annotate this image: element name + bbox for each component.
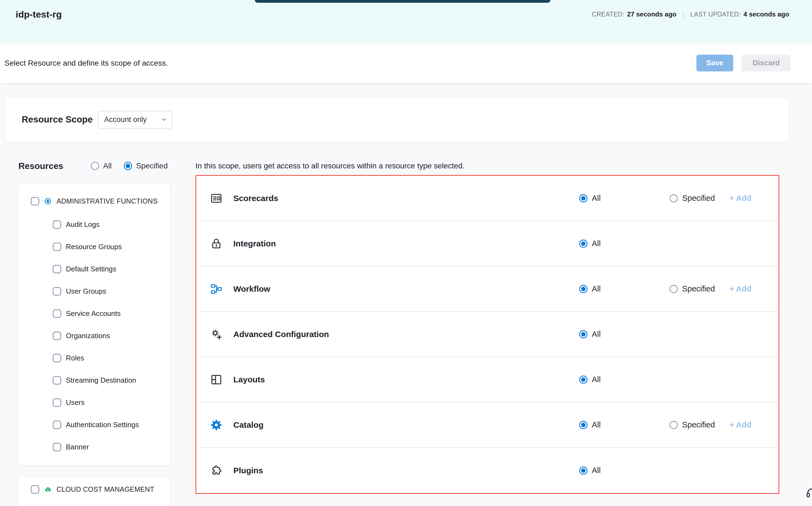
resource-item-resource-groups[interactable]: Resource Groups [19, 236, 170, 258]
item-checkbox[interactable] [53, 309, 61, 318]
group-administrative-functions[interactable]: ADMINISTRATIVE FUNCTIONS [19, 194, 170, 208]
radio-icon[interactable] [579, 285, 588, 293]
scorecards-add-button[interactable]: + Add [729, 176, 751, 221]
integration-all-radio[interactable]: All [579, 221, 601, 266]
resource-item-service-accounts[interactable]: Service Accounts [19, 303, 170, 325]
item-checkbox[interactable] [53, 332, 61, 340]
save-button[interactable]: Save [696, 55, 733, 71]
item-checkbox[interactable] [53, 243, 61, 251]
chevron-down-icon [161, 116, 168, 123]
radio-icon[interactable] [91, 162, 99, 170]
item-checkbox[interactable] [53, 398, 61, 407]
support-headset-icon[interactable] [805, 485, 812, 500]
catalog-add-button[interactable]: + Add [729, 403, 751, 447]
radio-icon[interactable] [579, 467, 588, 475]
resource-item-roles[interactable]: Roles [19, 347, 170, 369]
resources-header: Resources All Specified [18, 157, 170, 174]
item-checkbox[interactable] [53, 265, 61, 273]
item-checkbox[interactable] [53, 220, 61, 229]
top-progress-pill [255, 0, 550, 3]
group-label: CLOUD COST MANAGEMENT [57, 485, 154, 493]
admin-functions-card: ADMINISTRATIVE FUNCTIONS Audit Logs Reso… [18, 184, 170, 466]
cloud-cost-management-icon [44, 486, 52, 493]
scorecards-icon [210, 192, 223, 205]
administrative-functions-icon [44, 197, 52, 205]
resource-scope-value: Account only [104, 115, 147, 124]
catalog-icon [210, 419, 223, 431]
resource-scope-dropdown[interactable]: Account only [98, 111, 172, 129]
resource-item-streaming-destination[interactable]: Streaming Destination [19, 369, 170, 392]
plugins-all-radio[interactable]: All [579, 448, 601, 493]
radio-icon[interactable] [670, 421, 678, 429]
catalog-all-radio[interactable]: All [579, 403, 601, 447]
updated-label: LAST UPDATED: [690, 6, 741, 22]
resources-all-radio[interactable]: All [91, 162, 112, 170]
resource-type-row-plugins: Plugins All [196, 448, 779, 493]
item-checkbox[interactable] [53, 421, 61, 429]
created-value: 27 seconds ago [627, 6, 677, 22]
scope-info-text: In this scope, users get access to all r… [195, 157, 779, 174]
radio-icon[interactable] [579, 330, 588, 338]
page-title: idp-test-rg [16, 6, 62, 22]
radio-icon[interactable] [670, 285, 678, 293]
resource-item-authentication-settings[interactable]: Authentication Settings [19, 414, 170, 436]
catalog-specified-radio[interactable]: Specified [670, 403, 715, 447]
resource-type-row-advanced-configuration: Advanced Configuration All [196, 312, 779, 357]
toolbar-buttons: Save Discard [696, 55, 791, 71]
item-checkbox[interactable] [53, 287, 61, 296]
timestamps: CREATED: 27 seconds ago | LAST UPDATED: … [592, 6, 789, 22]
radio-icon[interactable] [579, 375, 588, 384]
radio-icon[interactable] [579, 194, 588, 202]
layouts-all-radio[interactable]: All [579, 357, 601, 402]
resource-type-row-layouts: Layouts All [196, 357, 779, 403]
layouts-icon [210, 373, 223, 386]
resource-types-panel: In this scope, users get access to all r… [195, 157, 779, 494]
resource-item-banner[interactable]: Banner [19, 436, 170, 458]
group-checkbox[interactable] [31, 485, 39, 494]
workflow-specified-radio[interactable]: Specified [670, 266, 715, 311]
resource-item-organizations[interactable]: Organizations [19, 325, 170, 347]
radio-icon[interactable] [124, 162, 132, 170]
toolbar-description: Select Resource and define its scope of … [4, 59, 168, 68]
advanced-configuration-all-radio[interactable]: All [579, 312, 601, 356]
resource-item-user-groups[interactable]: User Groups [19, 280, 170, 303]
advanced-configuration-icon [210, 328, 223, 341]
page-header: idp-test-rg CREATED: 27 seconds ago | LA… [0, 0, 812, 43]
group-checkbox[interactable] [31, 197, 39, 205]
group-cloud-cost-management[interactable]: CLOUD COST MANAGEMENT [19, 482, 170, 497]
action-toolbar: Select Resource and define its scope of … [0, 43, 812, 83]
resource-item-default-settings[interactable]: Default Settings [19, 258, 170, 280]
discard-button[interactable]: Discard [741, 55, 791, 71]
resource-type-row-catalog: Catalog All Specified + Add [196, 403, 779, 448]
resource-scope-card: Resource Scope Account only [5, 97, 789, 142]
updated-value: 4 seconds ago [743, 6, 789, 22]
resources-title: Resources [18, 161, 64, 171]
item-checkbox[interactable] [53, 354, 61, 362]
highlighted-resource-list: Scorecards All Specified + Add Integrati… [195, 175, 779, 494]
item-checkbox[interactable] [53, 376, 61, 385]
plugins-icon [210, 464, 223, 477]
radio-icon[interactable] [579, 240, 588, 248]
workflow-icon [210, 283, 223, 295]
cloud-cost-card: CLOUD COST MANAGEMENT Recommendations [18, 476, 170, 506]
resource-type-row-workflow: Workflow All Specified + Add [196, 266, 779, 312]
radio-icon[interactable] [670, 194, 678, 202]
resources-sidebar: Resources All Specified ADMINISTRATIVE F… [18, 157, 170, 506]
resource-type-row-scorecards: Scorecards All Specified + Add [196, 176, 779, 221]
resource-type-row-integration: Integration All [196, 221, 779, 266]
resource-item-audit-logs[interactable]: Audit Logs [19, 214, 170, 236]
workflow-add-button[interactable]: + Add [729, 266, 751, 311]
created-label: CREATED: [592, 6, 624, 22]
group-label: ADMINISTRATIVE FUNCTIONS [57, 197, 158, 205]
resource-item-users[interactable]: Users [19, 392, 170, 414]
integration-icon [210, 237, 223, 250]
scorecards-specified-radio[interactable]: Specified [670, 176, 715, 221]
resources-specified-radio[interactable]: Specified [124, 162, 168, 170]
item-checkbox[interactable] [53, 443, 61, 451]
content-area: Resources All Specified ADMINISTRATIVE F… [0, 157, 812, 506]
workflow-all-radio[interactable]: All [579, 266, 601, 311]
radio-icon[interactable] [579, 421, 588, 429]
scorecards-all-radio[interactable]: All [579, 176, 601, 221]
resource-scope-label: Resource Scope [22, 114, 93, 125]
resource-item-recommendations[interactable]: Recommendations [19, 502, 170, 506]
